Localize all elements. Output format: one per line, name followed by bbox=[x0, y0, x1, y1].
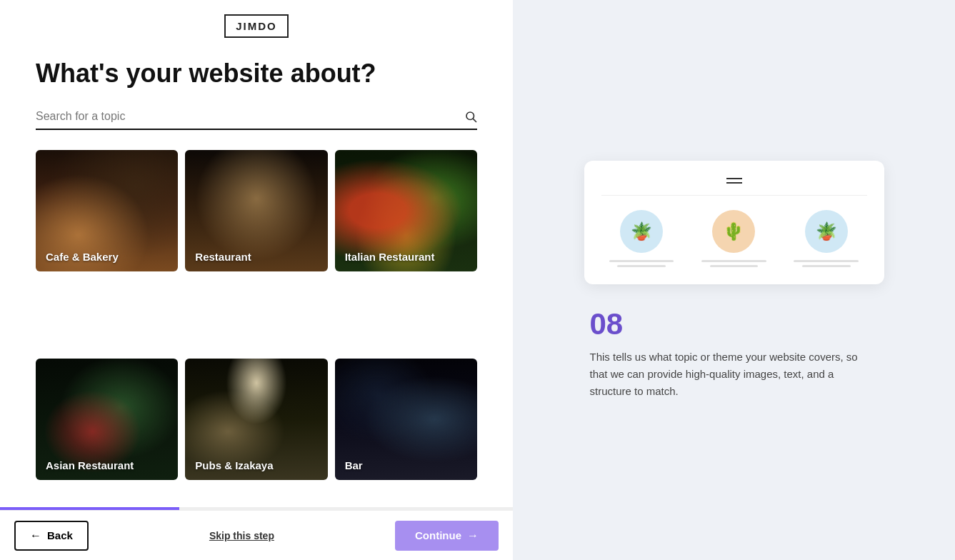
preview-line-1b bbox=[617, 265, 666, 267]
search-input[interactable] bbox=[36, 110, 477, 123]
preview-plant-2: 🌵 bbox=[712, 210, 755, 253]
skip-link[interactable]: Skip this step bbox=[209, 530, 274, 541]
grid-item-restaurant[interactable]: Restaurant bbox=[185, 150, 327, 271]
preview-line-1a bbox=[609, 260, 674, 262]
grid-label-pubs-izakaya: Pubs & Izakaya bbox=[195, 459, 273, 471]
search-container bbox=[36, 110, 477, 130]
page-title: What's your website about? bbox=[36, 58, 477, 89]
back-button[interactable]: ← Back bbox=[14, 521, 89, 551]
grid-item-pubs-izakaya[interactable]: Pubs & Izakaya bbox=[185, 359, 327, 480]
continue-arrow-icon: → bbox=[467, 529, 479, 542]
preview-line-3b bbox=[802, 265, 851, 267]
back-arrow-icon: ← bbox=[30, 529, 41, 542]
search-icon[interactable] bbox=[464, 110, 477, 126]
preview-header bbox=[601, 178, 867, 196]
right-panel: 🪴 🌵 🪴 bbox=[513, 0, 955, 560]
preview-lines-1 bbox=[601, 260, 682, 267]
back-label: Back bbox=[47, 529, 73, 541]
continue-label: Continue bbox=[415, 529, 461, 541]
preview-line-2a bbox=[701, 260, 766, 262]
skip-label: Skip this step bbox=[209, 530, 274, 541]
preview-item-2: 🌵 bbox=[694, 210, 774, 267]
continue-button[interactable]: Continue → bbox=[395, 521, 499, 551]
hamburger-line-1 bbox=[726, 178, 742, 179]
info-description: This tells us what topic or theme your w… bbox=[590, 349, 879, 400]
grid-label-asian-restaurant: Asian Restaurant bbox=[46, 459, 134, 471]
grid-label-cafe-bakery: Cafe & Bakery bbox=[46, 251, 119, 263]
logo-container: JIMDO bbox=[36, 0, 477, 58]
topic-grid: Cafe & Bakery Restaurant Italian Restaur… bbox=[36, 150, 477, 560]
preview-plant-3: 🪴 bbox=[805, 210, 848, 253]
grid-item-italian-restaurant[interactable]: Italian Restaurant bbox=[335, 150, 477, 271]
info-section: 08 This tells us what topic or theme you… bbox=[584, 307, 884, 400]
preview-card: 🪴 🌵 🪴 bbox=[584, 161, 884, 284]
preview-line-2b bbox=[710, 265, 759, 267]
bottom-bar: ← Back Skip this step Continue → bbox=[0, 510, 513, 560]
svg-line-1 bbox=[473, 119, 476, 122]
grid-item-asian-restaurant[interactable]: Asian Restaurant bbox=[36, 359, 178, 480]
grid-label-italian-restaurant: Italian Restaurant bbox=[345, 251, 435, 263]
grid-item-cafe-bakery[interactable]: Cafe & Bakery bbox=[36, 150, 178, 271]
grid-label-restaurant: Restaurant bbox=[195, 251, 251, 263]
preview-item-3: 🪴 bbox=[786, 210, 866, 267]
left-panel: JIMDO What's your website about? Cafe & … bbox=[0, 0, 513, 560]
grid-item-bar[interactable]: Bar bbox=[335, 359, 477, 480]
preview-line-3a bbox=[794, 260, 859, 262]
preview-items-grid: 🪴 🌵 🪴 bbox=[601, 210, 867, 267]
grid-label-bar: Bar bbox=[345, 459, 363, 471]
step-number: 08 bbox=[590, 307, 879, 341]
hamburger-icon bbox=[726, 178, 742, 184]
preview-item-1: 🪴 bbox=[601, 210, 682, 267]
preview-plant-1: 🪴 bbox=[620, 210, 663, 253]
preview-lines-3 bbox=[786, 260, 866, 267]
preview-lines-2 bbox=[694, 260, 774, 267]
hamburger-line-2 bbox=[726, 182, 742, 184]
logo: JIMDO bbox=[224, 14, 289, 38]
